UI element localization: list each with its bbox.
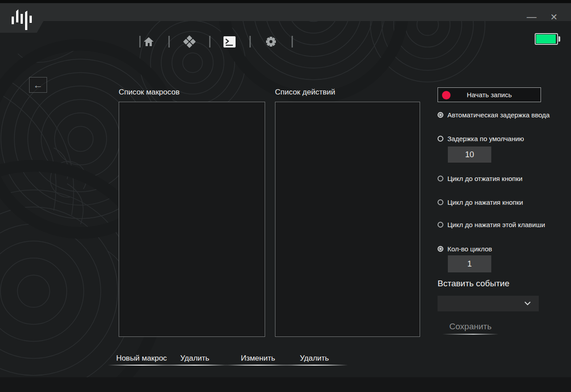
macro-list-box[interactable] [119,102,265,337]
save-button-label: Сохранить [449,322,491,331]
radio-default-delay[interactable]: Задержка по умолчанию [438,135,524,142]
battery-level-fill [536,34,556,43]
save-underline [442,334,498,335]
insert-event-dropdown[interactable] [438,296,539,311]
nav-separator [249,36,251,47]
radio-icon [438,176,443,181]
back-button[interactable]: ← [29,77,47,93]
nav-separator [292,36,293,47]
nav-separator [168,36,170,47]
start-recording-label: Начать запись [438,91,541,99]
delete-action-button[interactable]: Удалить [281,354,348,366]
battery-terminal-nub [558,36,560,42]
action-list-box[interactable] [275,102,420,337]
titlebar [0,3,571,21]
radio-icon [438,246,443,252]
insert-event-title: Вставить событие [438,279,510,289]
edit-action-label: Изменить [241,354,275,362]
home-icon[interactable] [144,37,154,48]
chevron-down-icon [524,302,531,306]
cycle-count-input[interactable] [448,255,491,272]
save-button[interactable]: Сохранить [442,322,498,335]
brand-logo-tab [0,3,44,33]
radio-icon [438,199,443,205]
radio-icon [438,136,443,142]
devices-icon[interactable] [183,35,196,50]
delete-action-label: Удалить [300,354,329,362]
radio-icon [438,112,443,118]
macro-editor-window: — ✕ [0,0,571,392]
new-macro-label: Новый макрос [116,354,167,362]
radio-cycle-until-release[interactable]: Цикл до отжатия кнопки [438,175,523,182]
radio-icon [438,222,443,228]
nav-separator [139,36,141,47]
brand-logo-icon [11,7,33,33]
top-strip [0,0,571,3]
radio-cycle-until-press[interactable]: Цикл до нажатия кнопки [438,198,523,206]
radio-auto-delay[interactable]: Автоматическая задержка ввода [438,111,550,119]
radio-cycle-count[interactable]: Кол-во циклов [438,245,492,253]
radio-cycle-until-key-label: Цикл до нажатия этой клавиши [447,221,545,228]
radio-cycle-until-press-label: Цикл до нажатия кнопки [447,198,523,206]
delete-macro-label: Удалить [180,354,210,362]
battery-icon [535,33,558,45]
settings-gear-icon[interactable] [265,35,277,50]
minimize-button[interactable]: — [525,11,538,23]
radio-cycle-until-release-label: Цикл до отжатия кнопки [447,175,523,182]
macro-list-title: Список макросов [119,88,180,97]
macro-terminal-icon[interactable] [223,36,236,49]
radio-cycle-count-label: Кол-во циклов [447,245,492,253]
radio-default-delay-label: Задержка по умолчанию [447,135,524,142]
delete-macro-button[interactable]: Удалить [161,354,228,366]
radio-cycle-until-key[interactable]: Цикл до нажатия этой клавиши [438,221,545,228]
default-delay-input[interactable] [448,146,491,163]
record-dot-icon [442,91,451,99]
start-recording-button[interactable]: Начать запись [438,87,541,102]
close-button[interactable]: ✕ [547,11,561,23]
underline [281,365,348,366]
underline [161,365,228,366]
nav-separator [209,36,210,47]
action-list-title: Список действий [275,88,335,97]
bottom-strip [0,377,571,392]
radio-auto-delay-label: Автоматическая задержка ввода [447,111,550,119]
